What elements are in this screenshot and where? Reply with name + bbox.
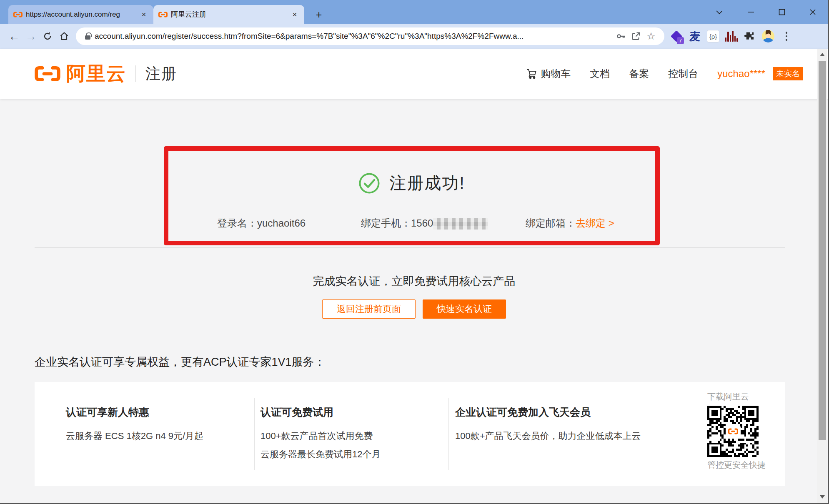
quick-verify-button[interactable]: 快速实名认证	[423, 299, 506, 319]
aliyun-header: 阿里云 注册 购物车 文档 备案 控制台 yuchao**** 未实名	[0, 49, 828, 99]
benefits-heading: 企业实名认证可享专属权益，更有ACP认证专家1V1服务：	[35, 354, 326, 369]
secure-lock-icon[interactable]	[85, 35, 90, 40]
extension-badge: 7	[677, 37, 684, 44]
register-success-page: 注册成功! 登录名：yuchaoit66 绑定手机：1560 绑定邮箱：去绑定 …	[0, 99, 828, 504]
browser-menu-icon[interactable]	[779, 28, 794, 44]
aliyun-logo-icon	[35, 66, 60, 82]
tab-previous-page[interactable]: https://account.aliyun.com/reg ×	[8, 5, 153, 24]
extensions-puzzle-icon[interactable]	[742, 28, 758, 44]
scrollbar-thumb[interactable]	[819, 61, 826, 440]
bookmark-star-icon[interactable]: ☆	[644, 29, 659, 44]
benefits-card: 认证可享新人特惠 云服务器 ECS 1核2G n4 9元/月起 认证可免费试用 …	[35, 382, 785, 486]
scrollbar-up-icon[interactable]	[817, 49, 827, 60]
profile-avatar[interactable]	[760, 28, 776, 44]
password-key-icon[interactable]	[614, 29, 629, 44]
cta-buttons: 返回注册前页面 快速实名认证	[0, 299, 828, 319]
annotation-red-box: 注册成功! 登录名：yuchaoit66 绑定手机：1560 绑定邮箱：去绑定 …	[164, 146, 660, 245]
login-name: 登录名：yuchaoit66	[217, 217, 306, 230]
mai-extension-icon[interactable]: 麦	[687, 28, 703, 44]
extensions-area: 7 麦 {ρ}	[669, 28, 794, 44]
logo-text: 阿里云	[66, 61, 126, 87]
header-nav: 购物车 文档 备案 控制台 yuchao**** 未实名	[526, 67, 803, 80]
benefit-column-newuser: 认证可享新人特惠 云服务器 ECS 1核2G n4 9元/月起	[66, 405, 203, 442]
code-search-extension-icon[interactable]: {ρ}	[705, 28, 721, 44]
column-divider	[448, 398, 449, 470]
bound-email: 绑定邮箱：去绑定 >	[526, 217, 614, 230]
forward-icon[interactable]: →	[23, 28, 39, 45]
back-icon[interactable]: ←	[6, 28, 23, 45]
unverified-badge: 未实名	[773, 67, 803, 80]
verify-prompt: 完成实名认证，立即免费试用核心云产品	[0, 274, 828, 289]
vertical-scrollbar[interactable]	[817, 49, 827, 503]
home-icon[interactable]	[56, 28, 73, 45]
success-title: 注册成功!	[389, 172, 465, 195]
new-tab-button[interactable]: +	[312, 7, 326, 22]
tab-search-chevron-icon[interactable]	[707, 0, 731, 24]
logo-divider	[135, 65, 136, 82]
cart-icon	[526, 68, 537, 79]
aliyun-favicon-icon	[13, 12, 23, 17]
tab-close-icon[interactable]: ×	[139, 10, 148, 19]
tab-title: 阿里云注册	[171, 10, 287, 19]
bookmark-extension-icon[interactable]: 7	[669, 28, 684, 44]
page-title: 注册	[145, 64, 177, 84]
username-link[interactable]: yuchao****	[717, 68, 765, 80]
nav-beian[interactable]: 备案	[629, 67, 649, 80]
audio-waveform-extension-icon[interactable]	[724, 28, 739, 44]
benefit-column-feitian: 企业认证可免费加入飞天会员 100款+产品飞天会员价，助力企业低成本上云	[455, 405, 641, 442]
success-check-icon	[358, 172, 380, 194]
tab-close-icon[interactable]: ×	[290, 10, 299, 19]
aliyun-favicon-icon	[158, 12, 168, 17]
minimize-button[interactable]	[739, 0, 763, 24]
url-bar[interactable]: account.aliyun.com/register/success.htm?…	[76, 27, 664, 45]
reload-icon[interactable]	[39, 28, 56, 45]
app-download-block: 下载阿里云 管控更安全快捷	[707, 391, 774, 471]
qr-center-logo-icon	[726, 425, 741, 438]
maximize-button[interactable]	[770, 0, 794, 24]
benefit-column-freetrial: 认证可免费试用 100+款云产品首次试用免费 云服务器最长免费试用12个月	[260, 405, 381, 461]
qr-caption-bottom: 管控更安全快捷	[707, 459, 774, 471]
aliyun-logo[interactable]: 阿里云 注册	[35, 61, 177, 87]
nav-console[interactable]: 控制台	[668, 67, 698, 80]
close-button[interactable]	[801, 0, 825, 24]
browser-titlebar: https://account.aliyun.com/reg × 阿里云注册 ×…	[0, 0, 828, 24]
qr-caption-top: 下载阿里云	[707, 391, 774, 402]
nav-cart[interactable]: 购物车	[526, 67, 571, 80]
section-divider	[35, 247, 785, 248]
nav-docs[interactable]: 文档	[590, 67, 610, 80]
back-to-register-button[interactable]: 返回注册前页面	[322, 299, 416, 319]
url-text[interactable]: account.aliyun.com/register/success.htm?…	[95, 32, 614, 41]
scrollbar-down-icon[interactable]	[817, 491, 827, 503]
download-qr-code	[707, 406, 759, 457]
share-icon[interactable]	[629, 29, 644, 44]
phone-mosaic	[433, 218, 488, 230]
browser-toolbar: ← → account.aliyun.com/register/success.…	[0, 24, 828, 49]
tab-aliyun-register[interactable]: 阿里云注册 ×	[153, 5, 304, 24]
browser-window: { "browser": { "tabs": [ { "title": "htt…	[0, 0, 829, 504]
bound-phone: 绑定手机：1560	[361, 217, 488, 230]
success-row: 注册成功!	[168, 172, 655, 195]
column-divider	[254, 398, 255, 470]
tab-title: https://account.aliyun.com/reg	[26, 10, 136, 19]
bind-email-link[interactable]: 去绑定 >	[576, 217, 614, 229]
